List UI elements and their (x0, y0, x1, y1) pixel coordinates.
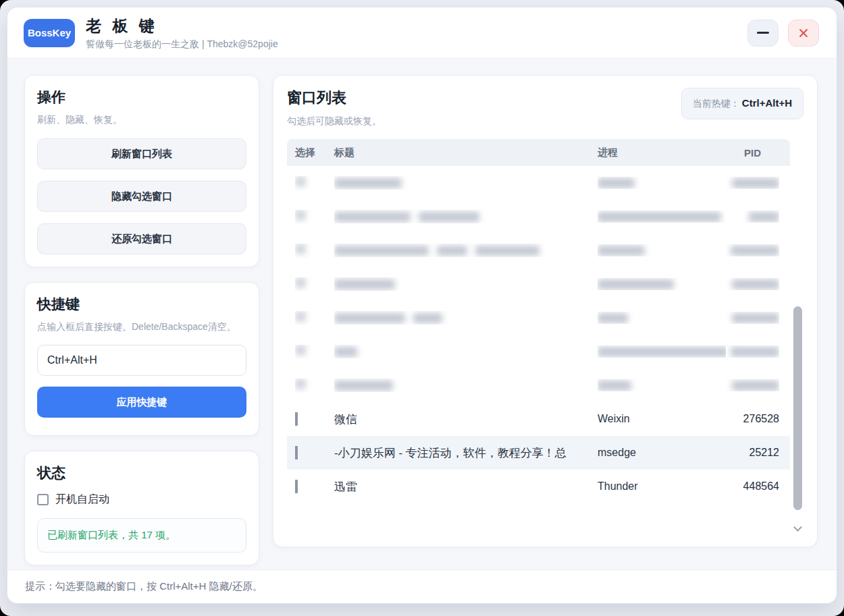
redacted-text (334, 279, 395, 289)
cell-select (295, 446, 334, 459)
autostart-checkbox[interactable] (37, 494, 49, 505)
redacted-text (598, 178, 635, 188)
redacted-text (598, 347, 726, 357)
redacted-checkbox (295, 244, 306, 254)
sidebar: 操作 刷新、隐藏、恢复。 刷新窗口列表 隐藏勾选窗口 还原勾选窗口 快捷键 点输… (24, 75, 259, 547)
window-list-header: 窗口列表 勾选后可隐藏或恢复。 当前热键：Ctrl+Alt+H (287, 88, 803, 128)
redacted-text (419, 212, 479, 222)
cell-pid (726, 278, 779, 290)
scrollbar[interactable] (793, 169, 802, 532)
cell-process (598, 312, 726, 324)
hotkey-card-subtitle: 点输入框后直接按键。Delete/Backspace清空。 (37, 320, 246, 334)
cell-process: Thunder (598, 480, 726, 493)
cell-pid: 448564 (726, 480, 779, 493)
cell-title (334, 277, 598, 291)
restore-selected-button[interactable]: 还原勾选窗口 (37, 223, 246, 254)
cell-pid (726, 244, 779, 256)
refresh-windows-button[interactable]: 刷新窗口列表 (37, 138, 246, 169)
table-row-redacted (287, 301, 790, 335)
minimize-icon (757, 32, 769, 34)
scroll-down-icon[interactable] (795, 524, 801, 530)
cell-process: Weixin (598, 413, 726, 425)
redacted-text (731, 246, 779, 256)
minimize-button[interactable] (747, 20, 779, 47)
cell-pid (726, 312, 779, 324)
window-controls (747, 20, 819, 47)
column-pid: PID (726, 147, 779, 159)
table-row-redacted (287, 200, 790, 233)
close-button[interactable] (788, 20, 819, 47)
column-process: 进程 (598, 146, 726, 159)
redacted-text (598, 279, 674, 289)
table-body: 微信Weixin276528-小刀娱乐网 - 专注活动，软件，教程分享！总mse… (287, 166, 790, 503)
table-header: 选择 标题 进程 PID (287, 139, 790, 166)
column-select: 选择 (295, 146, 334, 159)
hotkey-card-title: 快捷键 (37, 295, 246, 314)
cell-title: 迅雷 (334, 479, 598, 495)
autostart-row: 开机自启动 (37, 493, 246, 507)
cell-select (295, 277, 334, 291)
hide-selected-button[interactable]: 隐藏勾选窗口 (37, 181, 246, 212)
redacted-text (334, 246, 429, 256)
redacted-checkbox (295, 277, 306, 288)
footer-bar: 提示：勾选要隐藏的窗口，按 Ctrl+Alt+H 隐藏/还原。 (7, 569, 837, 603)
hotkey-card: 快捷键 点输入框后直接按键。Delete/Backspace清空。 应用快捷键 (24, 282, 259, 436)
row-checkbox[interactable] (295, 480, 298, 493)
cell-select (295, 412, 334, 426)
cell-pid (726, 177, 779, 189)
cell-title (334, 345, 598, 358)
window-table: 选择 标题 进程 PID 微信Weixin276528-小刀娱乐网 - 专注活动… (287, 139, 803, 534)
cell-pid (726, 379, 779, 391)
app-title: 老 板 键 (86, 16, 278, 36)
cell-process: msedge (598, 447, 726, 459)
close-icon (798, 28, 809, 38)
redacted-text (475, 246, 539, 256)
cell-title (334, 379, 598, 392)
row-checkbox[interactable] (295, 446, 298, 459)
redacted-text (598, 246, 645, 256)
table-row-redacted (287, 166, 790, 200)
table-row: -小刀娱乐网 - 专注活动，软件，教程分享！总msedge25212 (287, 436, 790, 470)
cell-select (295, 311, 334, 325)
content-area: 操作 刷新、隐藏、恢复。 刷新窗口列表 隐藏勾选窗口 还原勾选窗口 快捷键 点输… (7, 59, 837, 569)
cell-pid (726, 211, 779, 223)
cell-process (598, 211, 726, 223)
cell-select (295, 210, 334, 224)
scrollbar-thumb[interactable] (793, 306, 802, 509)
redacted-checkbox (295, 345, 306, 356)
cell-pid (726, 345, 779, 358)
cell-select (295, 480, 334, 493)
app-window: BossKey 老 板 键 誓做每一位老板的一生之敌 | Thebzk@52po… (7, 7, 837, 604)
redacted-checkbox (295, 210, 306, 221)
cell-pid: 25212 (726, 447, 779, 459)
app-title-block: 老 板 键 誓做每一位老板的一生之敌 | Thebzk@52pojie (86, 16, 278, 51)
cell-process (598, 244, 726, 256)
redacted-text (334, 313, 405, 323)
table-row-redacted (287, 233, 790, 267)
redacted-text (732, 313, 779, 323)
autostart-label: 开机自启动 (55, 493, 109, 507)
table-row: 迅雷Thunder448564 (287, 470, 790, 503)
desktop-background: BossKey 老 板 键 誓做每一位老板的一生之敌 | Thebzk@52po… (0, 0, 844, 616)
footer-hint: 提示：勾选要隐藏的窗口，按 Ctrl+Alt+H 隐藏/还原。 (25, 580, 263, 593)
cell-title: 微信 (334, 412, 598, 427)
actions-card-title: 操作 (37, 88, 246, 107)
actions-card-subtitle: 刷新、隐藏、恢复。 (37, 113, 246, 127)
window-list-panel: 窗口列表 勾选后可隐藏或恢复。 当前热键：Ctrl+Alt+H 选择 标题 进程… (273, 75, 818, 547)
redacted-text (598, 313, 628, 323)
redacted-text (437, 246, 467, 256)
redacted-text (732, 279, 779, 289)
row-checkbox[interactable] (295, 412, 298, 426)
redacted-checkbox (295, 311, 306, 322)
table-row-redacted (287, 368, 790, 402)
current-hotkey-badge: 当前热键：Ctrl+Alt+H (681, 88, 803, 119)
window-list-subtitle: 勾选后可隐藏或恢复。 (287, 114, 381, 128)
cell-select (295, 345, 334, 359)
redacted-text (732, 381, 779, 391)
status-card-title: 状态 (37, 464, 246, 482)
current-hotkey-label: 当前热键： (693, 98, 740, 109)
apply-hotkey-button[interactable]: 应用快捷键 (37, 387, 246, 418)
cell-title (334, 176, 598, 190)
cell-title (334, 244, 598, 257)
hotkey-input[interactable] (37, 345, 246, 376)
